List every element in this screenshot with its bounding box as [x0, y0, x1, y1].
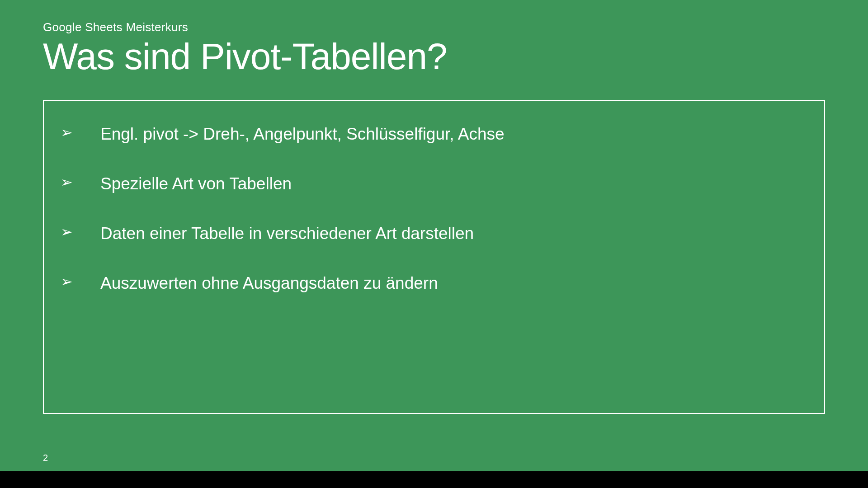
slide-subtitle: Google Sheets Meisterkurs	[43, 20, 825, 34]
slide-title: Was sind Pivot-Tabellen?	[43, 38, 825, 75]
black-bar	[0, 471, 868, 488]
chevron-right-icon: ➢	[60, 173, 100, 192]
chevron-right-icon: ➢	[60, 223, 100, 242]
bullet-text: Spezielle Art von Tabellen	[100, 173, 808, 195]
list-item: ➢ Engl. pivot -> Dreh-, Angelpunkt, Schl…	[60, 123, 808, 145]
bullet-list: ➢ Engl. pivot -> Dreh-, Angelpunkt, Schl…	[60, 123, 808, 294]
chevron-right-icon: ➢	[60, 272, 100, 291]
bullet-text: Engl. pivot -> Dreh-, Angelpunkt, Schlüs…	[100, 123, 808, 145]
page-number: 2	[43, 453, 48, 463]
list-item: ➢ Spezielle Art von Tabellen	[60, 173, 808, 195]
chevron-right-icon: ➢	[60, 123, 100, 142]
list-item: ➢ Daten einer Tabelle in verschiedener A…	[60, 223, 808, 244]
bullet-text: Daten einer Tabelle in verschiedener Art…	[100, 223, 808, 244]
content-box: ➢ Engl. pivot -> Dreh-, Angelpunkt, Schl…	[43, 100, 825, 414]
bullet-text: Auszuwerten ohne Ausgangsdaten zu ändern	[100, 272, 808, 294]
list-item: ➢ Auszuwerten ohne Ausgangsdaten zu ände…	[60, 272, 808, 294]
slide: Google Sheets Meisterkurs Was sind Pivot…	[0, 0, 868, 471]
